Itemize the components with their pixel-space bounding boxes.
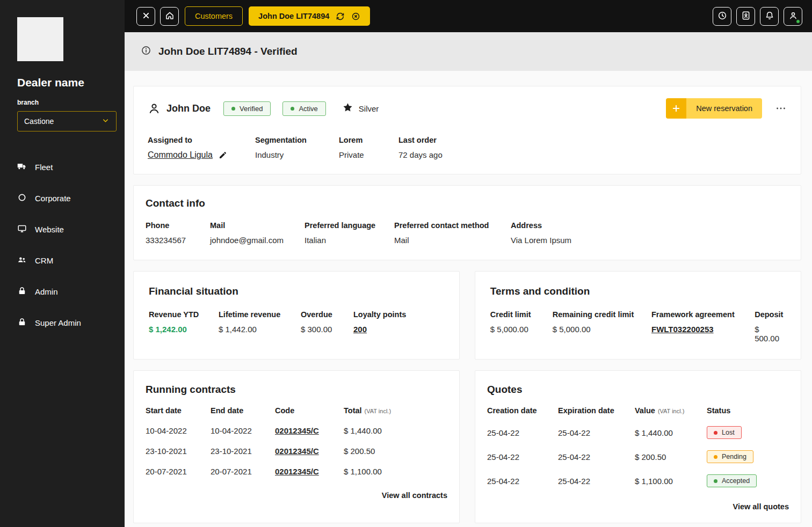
sidebar-item-website[interactable]: Website: [17, 224, 116, 235]
page-title: John Doe LIT74894 - Verified: [158, 46, 298, 57]
contacts-button[interactable]: [736, 7, 755, 26]
bell-icon: [765, 11, 774, 22]
status-badge: Accepted: [707, 474, 757, 487]
sidebar-item-label: Fleet: [35, 163, 53, 172]
branch-select[interactable]: Castione: [17, 111, 117, 131]
field-assigned-to: Assigned to Commodo Ligula: [148, 136, 255, 160]
main-column: Customers John Doe LIT74894: [125, 0, 812, 527]
status-dot: [231, 107, 235, 111]
sidebar-item-crm[interactable]: CRM: [17, 255, 116, 266]
branch-select-value: Castione: [24, 117, 54, 126]
table-row: 25-04-22 25-04-22 $ 1,440.00 Lost: [487, 426, 789, 439]
tab-customer-detail[interactable]: John Doe LIT74894: [249, 6, 370, 26]
field-remaining-credit-limit: Remaining credit limit $ 5,000.00: [553, 310, 651, 343]
topbar: Customers John Doe LIT74894: [125, 0, 812, 32]
notifications-button[interactable]: [760, 7, 779, 26]
sidebar-item-super-admin[interactable]: Super Admin: [17, 317, 116, 328]
new-reservation-label: New reservation: [686, 98, 762, 119]
framework-agreement-link[interactable]: FWLT032200253: [651, 325, 755, 334]
edit-icon[interactable]: [219, 151, 227, 159]
tab-customers[interactable]: Customers: [185, 6, 243, 26]
circle-icon: [17, 193, 27, 204]
field-deposit: Deposit $ 500.00: [755, 310, 786, 343]
field-address: Address Via Lorem Ipsum: [511, 221, 571, 245]
sidebar-item-label: Website: [35, 225, 64, 234]
new-reservation-button[interactable]: New reservation: [666, 98, 762, 119]
field-credit-limit: Credit limit $ 5,000.00: [490, 310, 553, 343]
dealer-logo: [17, 17, 63, 61]
info-icon[interactable]: [141, 45, 151, 58]
view-all-quotes-link[interactable]: View all quotes: [733, 502, 789, 511]
sidebar-item-admin[interactable]: Admin: [17, 286, 116, 297]
loyalty-tier: Silver: [342, 102, 379, 115]
page-header: John Doe LIT74894 - Verified: [125, 32, 812, 71]
field-phone: Phone 333234567: [146, 221, 210, 245]
field-lifetime-revenue: Lifetime revenue $ 1,442.00: [219, 310, 301, 334]
more-options-button[interactable]: [775, 103, 787, 114]
home-button[interactable]: [160, 7, 179, 26]
online-status-dot: [796, 19, 800, 24]
assigned-to-link[interactable]: Commodo Ligula: [148, 150, 213, 160]
field-lorem: Lorem Private: [339, 136, 398, 160]
status-dot: [714, 431, 717, 435]
clock-icon: [717, 11, 727, 22]
status-dot: [291, 107, 294, 111]
running-contracts-title: Running contracts: [146, 384, 447, 396]
field-overdue: Overdue $ 300.00: [301, 310, 353, 334]
tab-label: John Doe LIT74894: [258, 12, 329, 20]
active-badge: Active: [282, 101, 325, 116]
refresh-icon[interactable]: [336, 12, 345, 21]
table-row: 20-07-2021 20-07-2021 02012345/C $ 1,100…: [146, 467, 447, 476]
contracts-table: Start date End date Code Total(VAT incl.…: [146, 406, 447, 476]
customer-summary-card: John Doe Verified Active Silver: [133, 86, 801, 174]
customer-name: John Doe: [166, 103, 211, 114]
user-icon: [148, 102, 161, 115]
loyalty-points-link[interactable]: 200: [353, 325, 406, 334]
sidebar-item-fleet[interactable]: Fleet: [17, 162, 116, 173]
quotes-table: Creation date Expiration date Value(VAT …: [487, 406, 789, 487]
verified-badge: Verified: [223, 101, 271, 116]
sidebar-item-label: Admin: [35, 287, 58, 296]
financial-title: Financial situation: [149, 286, 444, 297]
running-contracts-card: Running contracts Start date End date Co…: [133, 370, 460, 523]
people-icon: [17, 255, 27, 266]
branch-label: branch: [17, 99, 116, 106]
contacts-icon: [741, 11, 751, 22]
financial-terms-row: Financial situation Revenue YTD $ 1,242.…: [133, 271, 801, 360]
table-row: 25-04-22 25-04-22 $ 1,100.00 Accepted: [487, 474, 789, 487]
account-button[interactable]: [784, 7, 802, 26]
sidebar-menu: Fleet Corporate Website CRM: [17, 162, 116, 328]
sidebar: Dealer name branch Castione Fleet Corpor…: [0, 0, 125, 527]
status-badge: Pending: [707, 450, 753, 463]
contract-code-link[interactable]: 02012345/C: [275, 447, 344, 456]
close-circle-icon[interactable]: [351, 12, 360, 21]
plus-icon: [666, 98, 686, 119]
field-preferred-contact-method: Preferred contact method Mail: [394, 221, 511, 245]
sidebar-item-label: Super Admin: [35, 318, 81, 327]
financial-situation-card: Financial situation Revenue YTD $ 1,242.…: [133, 271, 460, 360]
view-all-contracts-link[interactable]: View all contracts: [382, 491, 447, 500]
field-revenue-ytd: Revenue YTD $ 1,242.00: [149, 310, 219, 334]
history-button[interactable]: [713, 7, 731, 26]
dealer-name: Dealer name: [17, 76, 116, 89]
lock-icon: [17, 317, 27, 328]
close-button[interactable]: [136, 7, 155, 26]
field-mail: Mail johndoe@gmail.com: [210, 221, 305, 245]
sidebar-item-corporate[interactable]: Corporate: [17, 193, 116, 204]
status-badge: Lost: [707, 426, 742, 439]
contact-info-card: Contact info Phone 333234567 Mail johndo…: [133, 185, 801, 260]
home-icon: [165, 11, 175, 22]
monitor-icon: [17, 224, 27, 235]
app-root: Dealer name branch Castione Fleet Corpor…: [0, 0, 812, 527]
chevron-down-icon: [102, 116, 110, 126]
contact-info-title: Contact info: [146, 197, 787, 209]
contracts-quotes-row: Running contracts Start date End date Co…: [133, 370, 801, 523]
table-row: 25-04-22 25-04-22 $ 200.50 Pending: [487, 450, 789, 463]
contract-code-link[interactable]: 02012345/C: [275, 426, 344, 435]
contracts-table-header: Start date End date Code Total(VAT incl.…: [146, 406, 447, 415]
table-row: 10-04-2022 10-04-2022 02012345/C $ 1,440…: [146, 426, 447, 435]
field-framework-agreement: Framework agreement FWLT032200253: [651, 310, 755, 343]
contract-code-link[interactable]: 02012345/C: [275, 467, 344, 476]
lock-icon: [17, 286, 27, 297]
status-dot: [714, 479, 717, 483]
